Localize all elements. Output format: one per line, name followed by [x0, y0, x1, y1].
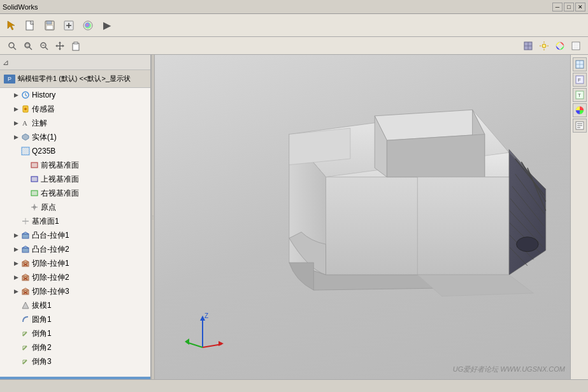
tree-item-boss2[interactable]: ▶ 凸台-拉伸2 [0, 242, 150, 256]
svg-marker-68 [22, 302, 29, 309]
chamfer3-icon [20, 356, 31, 367]
svg-marker-53 [22, 232, 29, 234]
minimize-button[interactable]: ─ [552, 3, 563, 11]
svg-marker-104 [185, 338, 189, 345]
tree-item-chamfer1[interactable]: 倒角1 [0, 326, 150, 340]
svg-marker-65 [22, 288, 29, 290]
material-label: Q235B [32, 147, 55, 156]
tree-item-sensor[interactable]: ▶ 传感器 [0, 102, 150, 116]
tree-item-chamfer2[interactable]: 倒角2 [0, 340, 150, 354]
svg-line-70 [23, 346, 27, 350]
svg-line-17 [45, 47, 48, 50]
expand-right-plane [20, 189, 29, 198]
left-panel: ⊿ P 蜗模钮零件1 (默认) <<默认>_显示状 ▶ History [0, 55, 151, 379]
3d-viewport[interactable]: Z UG爱好者论坛 WWW.UGSNX.COM [155, 55, 570, 379]
expand-cut3[interactable]: ▶ [11, 287, 20, 296]
material-icon [20, 146, 31, 156]
tree-item-right-plane[interactable]: 右视基准面 [0, 186, 150, 200]
more-button[interactable]: ▶ [98, 17, 116, 34]
expand-annotation[interactable]: ▶ [11, 119, 20, 127]
status-bar [0, 379, 588, 392]
stats-icon[interactable] [569, 39, 583, 53]
clipboard-icon[interactable] [69, 39, 83, 53]
tree-item-ref-plane[interactable]: 基准面1 [0, 214, 150, 228]
tree-item-boss1[interactable]: ▶ 凸台-拉伸1 [0, 228, 150, 242]
pan-icon[interactable] [53, 39, 67, 53]
svg-rect-46 [31, 191, 38, 196]
svg-rect-23 [73, 43, 79, 50]
zoom-fit-icon[interactable] [37, 39, 51, 53]
expand-solid[interactable]: ▶ [11, 133, 20, 142]
svg-marker-97 [417, 275, 533, 296]
expand-history[interactable]: ▶ [11, 91, 20, 99]
display-mode-icon[interactable] [521, 39, 535, 53]
front-view-button[interactable]: F [573, 73, 587, 87]
draft-icon [20, 300, 31, 310]
expand-boss2[interactable]: ▶ [11, 245, 20, 254]
tree-item-draft[interactable]: 拔模1 [0, 298, 150, 312]
cursor-tool[interactable] [3, 17, 20, 34]
svg-text:F: F [578, 77, 581, 83]
expand-draft [11, 301, 20, 310]
tree-item-cut1[interactable]: ▶ 切除-拉伸1 [0, 256, 150, 270]
svg-line-69 [23, 332, 27, 336]
right-plane-label: 右视基准面 [41, 188, 79, 199]
history-icon [20, 90, 31, 100]
svg-marker-20 [59, 48, 61, 50]
search-icon[interactable] [5, 39, 19, 53]
tree-item-fillet[interactable]: 圆角1 [0, 312, 150, 326]
properties-button[interactable] [573, 119, 587, 133]
svg-text:Z: Z [204, 312, 208, 319]
view-orientation-button[interactable] [573, 57, 587, 71]
main-area: ⊿ P 蜗模钮零件1 (默认) <<默认>_显示状 ▶ History [0, 55, 588, 379]
tree-item-cut3[interactable]: ▶ 切除-拉伸3 [0, 284, 150, 298]
color-swatch-button[interactable] [573, 103, 587, 117]
zoom-area-icon[interactable] [21, 39, 35, 53]
tree-item-history[interactable]: ▶ History [0, 88, 150, 102]
expand-cut2[interactable]: ▶ [11, 273, 20, 282]
expand-sensor[interactable]: ▶ [11, 105, 20, 113]
tree-item-front-plane[interactable]: 前视基准面 [0, 158, 150, 172]
front-plane-icon [29, 160, 39, 170]
chamfer1-label: 倒角1 [32, 328, 52, 339]
maximize-button[interactable]: □ [564, 3, 574, 11]
expand-fillet [11, 315, 20, 324]
title-text: SolidWorks [3, 3, 38, 11]
origin-label: 原点 [41, 202, 56, 213]
color-icon[interactable] [553, 39, 567, 53]
filter-bar: ⊿ [0, 55, 150, 70]
svg-point-28 [542, 44, 546, 48]
part-icon: P [4, 75, 15, 83]
origin-icon [29, 202, 39, 212]
add-button[interactable] [60, 17, 78, 34]
tree-item-top-plane[interactable]: 上视基准面 [0, 172, 150, 186]
save-button[interactable] [41, 17, 59, 34]
sensor-label: 传感器 [32, 104, 55, 115]
top-view-button[interactable]: T [573, 88, 587, 102]
cut2-icon [20, 272, 31, 282]
light-icon[interactable] [537, 39, 551, 53]
feature-tree[interactable]: ▶ History ▶ 传感器 [0, 88, 150, 377]
solid-icon [20, 132, 31, 142]
tree-item-chamfer3[interactable]: 倒角3 [0, 354, 150, 368]
tree-item-origin[interactable]: 原点 [0, 200, 150, 214]
expand-cut1[interactable]: ▶ [11, 259, 20, 268]
draft-label: 拔模1 [32, 300, 52, 311]
svg-marker-96 [289, 128, 350, 165]
title-controls: ─ □ ✕ [552, 3, 585, 11]
tree-item-material[interactable]: Q235B [0, 144, 150, 158]
tree-item-cut2[interactable]: ▶ 切除-拉伸2 [0, 270, 150, 284]
svg-marker-55 [22, 246, 29, 248]
tree-item-annotation[interactable]: ▶ A 注解 [0, 116, 150, 130]
tree-item-solid[interactable]: ▶ 实体(1) [0, 130, 150, 144]
svg-line-71 [23, 360, 27, 364]
expand-boss1[interactable]: ▶ [11, 231, 20, 240]
cut1-icon [20, 258, 31, 268]
new-button[interactable] [22, 17, 39, 34]
boss2-icon [20, 244, 31, 254]
svg-marker-102 [219, 341, 224, 346]
svg-rect-54 [22, 248, 29, 252]
close-button[interactable]: ✕ [575, 3, 585, 11]
expand-front-plane [20, 161, 29, 170]
appearance-button[interactable] [79, 17, 97, 34]
